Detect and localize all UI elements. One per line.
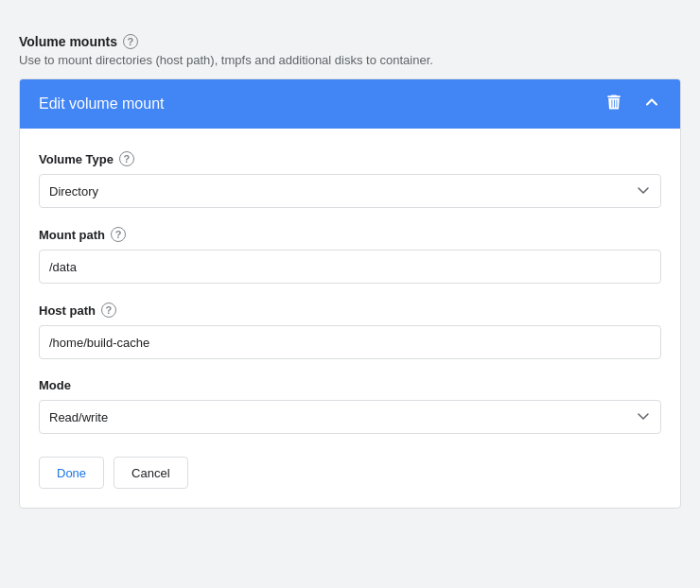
card-body: Volume Type ? Directory tmpfs Disk Mount… bbox=[20, 129, 680, 508]
mode-group: Mode Read/write Read-only bbox=[39, 378, 661, 434]
host-path-input[interactable] bbox=[39, 325, 661, 359]
mode-label: Mode bbox=[39, 378, 661, 392]
host-path-group: Host path ? bbox=[39, 303, 661, 359]
delete-icon[interactable] bbox=[604, 93, 623, 115]
collapse-icon[interactable] bbox=[642, 93, 661, 115]
mode-select[interactable]: Read/write Read-only bbox=[39, 400, 661, 434]
mount-path-group: Mount path ? bbox=[39, 227, 661, 284]
section-header: Volume mounts ? bbox=[19, 34, 681, 49]
card-header-actions bbox=[604, 93, 661, 115]
page-container: Volume mounts ? Use to mount directories… bbox=[19, 19, 681, 524]
host-path-label: Host path ? bbox=[39, 303, 661, 318]
mount-path-help-icon[interactable]: ? bbox=[111, 227, 126, 242]
edit-volume-mount-card: Edit volume mount Volume Type bbox=[19, 78, 681, 509]
host-path-help-icon[interactable]: ? bbox=[101, 303, 116, 318]
mount-path-input[interactable] bbox=[39, 250, 661, 284]
card-header-title: Edit volume mount bbox=[39, 95, 165, 112]
mount-path-label: Mount path ? bbox=[39, 227, 661, 242]
section-help-icon[interactable]: ? bbox=[123, 34, 138, 49]
volume-type-help-icon[interactable]: ? bbox=[119, 151, 134, 166]
cancel-button[interactable]: Cancel bbox=[114, 457, 187, 489]
volume-type-group: Volume Type ? Directory tmpfs Disk bbox=[39, 151, 661, 208]
section-title: Volume mounts bbox=[19, 34, 117, 49]
section-description: Use to mount directories (host path), tm… bbox=[19, 53, 681, 67]
form-actions: Done Cancel bbox=[39, 457, 661, 489]
volume-type-label: Volume Type ? bbox=[39, 151, 661, 166]
card-header: Edit volume mount bbox=[20, 79, 680, 129]
done-button[interactable]: Done bbox=[39, 457, 104, 489]
volume-type-select[interactable]: Directory tmpfs Disk bbox=[39, 174, 661, 208]
